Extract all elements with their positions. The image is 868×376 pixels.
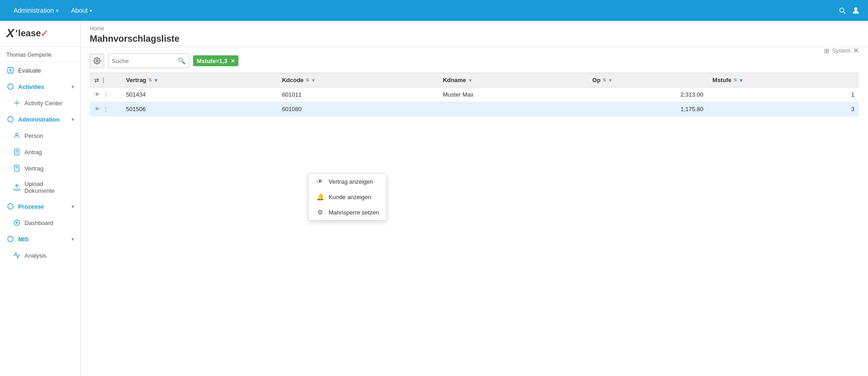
sidebar-item-upload-dokumente[interactable]: Upload Dokumente <box>0 176 80 198</box>
mis-chevron: ▾ <box>72 237 74 242</box>
th-kdname: Kdname ▼ <box>438 73 588 88</box>
activity-center-icon <box>13 99 21 107</box>
sidebar: X ' lease ✓ Thomas Gemperle Evaluate Act… <box>0 21 81 376</box>
svg-point-18 <box>96 60 98 62</box>
sidebar-evaluate-label: Evaluate <box>18 67 41 74</box>
system-label: System <box>832 48 850 54</box>
filter-vertrag-icon[interactable]: ▼ <box>154 78 159 83</box>
filter-tag-close[interactable]: × <box>231 57 235 64</box>
sort-op-icon[interactable]: ⇅ <box>602 78 606 83</box>
row1-actions: 👁 ⋮ <box>90 88 121 102</box>
nav-administration-label: Administration <box>14 7 54 14</box>
row2-mstufe: 3 <box>708 102 859 117</box>
close-button[interactable]: ✕ <box>853 46 859 55</box>
svg-point-4 <box>8 117 13 122</box>
th-op-label: Op <box>592 77 601 83</box>
row1-dots-icon[interactable]: ⋮ <box>103 91 109 98</box>
context-kunde-label: Kunde anzeigen <box>329 194 371 200</box>
mis-icon <box>6 235 15 243</box>
row1-op: 2,313.00 <box>588 88 708 102</box>
context-menu-item-kunde[interactable]: 🔔 Kunde anzeigen <box>309 189 386 205</box>
table-area: 🔍 Mstufe=1,3 × ⇄ ⋮ <box>81 47 868 376</box>
row2-actions: 👁 ⋮ <box>90 102 121 117</box>
logo-lease: lease <box>18 28 41 39</box>
settings-button[interactable] <box>90 54 104 68</box>
svg-point-3 <box>16 102 18 104</box>
th-mstufe: Mstufe ⇅ ▼ <box>708 73 859 88</box>
nav-administration-chevron: ▾ <box>56 8 58 13</box>
content-header: Home Mahnvorschlagsliste ⊞ System ✕ <box>81 21 868 47</box>
nav-about-label: About <box>71 7 88 14</box>
data-table: ⇄ ⋮ Vertrag ⇅ ▼ <box>90 73 859 117</box>
row2-dots-icon[interactable]: ⋮ <box>103 106 109 112</box>
sidebar-antrag-label: Antrag <box>24 149 42 156</box>
sidebar-item-mis[interactable]: MIS ▾ <box>0 231 80 247</box>
th-op: Op ⇅ ▼ <box>588 73 708 88</box>
sort-kdcode-icon[interactable]: ⇅ <box>305 78 309 83</box>
context-menu-item-vertrag[interactable]: 👁 Vertrag anzeigen <box>309 174 386 189</box>
th-vertrag-label: Vertrag <box>126 77 146 83</box>
table-row: 👁 ⋮ 501434 601011 Muster Max 2,313.00 1 <box>90 88 859 102</box>
administration-chevron: ▾ <box>72 117 74 122</box>
th-kdcode-label: Kdcode <box>282 77 304 83</box>
sidebar-prozesse-label: Prozesse <box>18 203 44 210</box>
filter-mstufe-icon[interactable]: ▼ <box>739 78 744 83</box>
row1-kdcode: 601011 <box>277 88 438 102</box>
row2-kdcode: 601080 <box>277 102 438 117</box>
activities-chevron: ▾ <box>72 84 74 89</box>
svg-point-14 <box>8 204 13 209</box>
search-icon[interactable] <box>837 5 847 15</box>
row2-eye-icon[interactable]: 👁 <box>94 106 100 112</box>
logo-x: X <box>6 26 14 40</box>
sidebar-item-activities[interactable]: Activities ▾ <box>0 78 80 95</box>
user-icon[interactable] <box>851 5 861 15</box>
th-row-actions: ⇄ ⋮ <box>90 73 121 88</box>
row1-mstufe: 1 <box>708 88 859 102</box>
search-icon-input: 🔍 <box>178 57 185 64</box>
sidebar-item-vertrag[interactable]: Vertrag <box>0 160 80 176</box>
sidebar-item-person[interactable]: Person <box>0 127 80 144</box>
row1-eye-icon[interactable]: 👁 <box>94 91 100 98</box>
toolbar: 🔍 Mstufe=1,3 × <box>90 54 859 68</box>
context-menu-item-mahnsperre[interactable]: ⚙ Mahnsperre setzen <box>309 205 386 220</box>
sidebar-item-analysis[interactable]: Analysis <box>0 247 80 264</box>
sort-mstufe-icon[interactable]: ⇅ <box>733 78 737 83</box>
sidebar-item-antrag[interactable]: Antrag <box>0 144 80 160</box>
breadcrumb: Home <box>90 25 859 32</box>
filter-kdname-icon[interactable]: ▼ <box>468 78 473 83</box>
sidebar-person-label: Person <box>24 132 43 139</box>
system-icon: ⊞ <box>824 47 829 54</box>
sidebar-analysis-label: Analysis <box>24 252 46 259</box>
context-mahnsperre-label: Mahnsperre setzen <box>329 209 379 216</box>
context-mahnsperre-icon: ⚙ <box>316 209 324 216</box>
evaluate-icon <box>6 66 15 74</box>
row2-vertrag: 501506 <box>121 102 277 117</box>
context-vertrag-icon: 👁 <box>316 178 324 185</box>
row1-kdname: Muster Max <box>438 88 588 102</box>
table-header-row: ⇄ ⋮ Vertrag ⇅ ▼ <box>90 73 859 88</box>
nav-administration[interactable]: Administration ▾ <box>7 0 65 21</box>
person-icon <box>13 132 21 140</box>
logo-apostrophe: ' <box>15 28 17 39</box>
search-box[interactable]: 🔍 <box>108 54 189 68</box>
search-input[interactable] <box>112 58 178 64</box>
sidebar-item-activity-center[interactable]: Activity Center <box>0 95 80 111</box>
sidebar-item-dashboard[interactable]: Dashboard <box>0 215 80 231</box>
page-title: Mahnvorschlagsliste <box>90 34 859 44</box>
sort-vertrag-icon[interactable]: ⇅ <box>148 78 152 83</box>
row2-op: 1,175.80 <box>588 102 708 117</box>
prozesse-icon <box>6 202 15 210</box>
sidebar-item-administration[interactable]: Administration ▾ <box>0 111 80 127</box>
context-kunde-icon: 🔔 <box>316 193 324 200</box>
filter-kdcode-icon[interactable]: ▼ <box>311 78 316 83</box>
vertrag-icon <box>13 164 21 172</box>
nav-about[interactable]: About ▾ <box>65 0 99 21</box>
sidebar-item-evaluate[interactable]: Evaluate <box>0 62 80 78</box>
logo-dot: ✓ <box>40 28 48 39</box>
sidebar-item-prozesse[interactable]: Prozesse ▾ <box>0 198 80 215</box>
antrag-icon <box>13 148 21 156</box>
administration-icon <box>6 115 15 123</box>
filter-op-icon[interactable]: ▼ <box>608 78 613 83</box>
th-vertrag: Vertrag ⇅ ▼ <box>121 73 277 88</box>
user-name: Thomas Gemperle <box>0 46 80 62</box>
